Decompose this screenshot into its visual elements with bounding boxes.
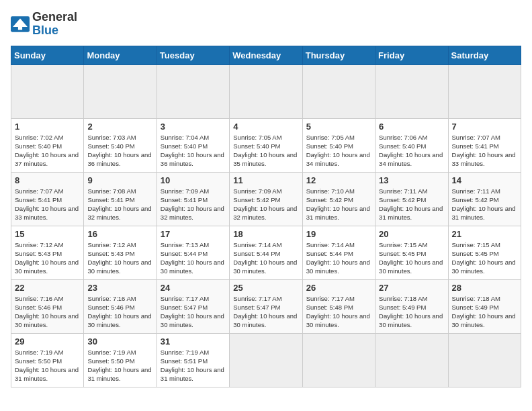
calendar-cell: 28 Sunrise: 7:18 AM Sunset: 5:49 PM Dayl… bbox=[448, 279, 521, 333]
calendar-cell bbox=[302, 333, 375, 387]
day-number: 31 bbox=[161, 336, 226, 347]
calendar-cell: 15 Sunrise: 7:12 AM Sunset: 5:43 PM Dayl… bbox=[11, 226, 84, 279]
calendar-cell: 9 Sunrise: 7:08 AM Sunset: 5:41 PM Dayli… bbox=[84, 172, 157, 226]
calendar-cell: 6 Sunrise: 7:06 AM Sunset: 5:40 PM Dayli… bbox=[375, 118, 448, 172]
day-number: 21 bbox=[452, 229, 517, 239]
calendar-cell: 24 Sunrise: 7:17 AM Sunset: 5:47 PM Dayl… bbox=[157, 279, 229, 333]
calendar-week-row: 8 Sunrise: 7:07 AM Sunset: 5:41 PM Dayli… bbox=[11, 172, 521, 226]
calendar-cell: 7 Sunrise: 7:07 AM Sunset: 5:41 PM Dayli… bbox=[448, 118, 521, 172]
day-info: Sunrise: 7:17 AM Sunset: 5:47 PM Dayligh… bbox=[161, 294, 226, 330]
calendar-cell: 25 Sunrise: 7:17 AM Sunset: 5:47 PM Dayl… bbox=[230, 279, 302, 333]
day-info: Sunrise: 7:13 AM Sunset: 5:44 PM Dayligh… bbox=[161, 240, 226, 276]
day-number: 1 bbox=[15, 122, 80, 132]
day-info: Sunrise: 7:07 AM Sunset: 5:41 PM Dayligh… bbox=[452, 133, 517, 169]
day-info: Sunrise: 7:14 AM Sunset: 5:44 PM Dayligh… bbox=[233, 240, 298, 276]
day-info: Sunrise: 7:03 AM Sunset: 5:40 PM Dayligh… bbox=[87, 133, 152, 169]
day-number: 5 bbox=[306, 122, 371, 132]
day-info: Sunrise: 7:19 AM Sunset: 5:50 PM Dayligh… bbox=[15, 348, 80, 383]
calendar-cell bbox=[157, 64, 229, 118]
calendar-cell: 13 Sunrise: 7:11 AM Sunset: 5:42 PM Dayl… bbox=[375, 172, 448, 226]
day-number: 23 bbox=[87, 283, 152, 293]
day-info: Sunrise: 7:02 AM Sunset: 5:40 PM Dayligh… bbox=[15, 133, 80, 169]
day-number: 22 bbox=[15, 283, 80, 293]
logo-icon bbox=[11, 16, 30, 32]
calendar-cell: 18 Sunrise: 7:14 AM Sunset: 5:44 PM Dayl… bbox=[230, 226, 302, 279]
calendar-cell: 2 Sunrise: 7:03 AM Sunset: 5:40 PM Dayli… bbox=[84, 118, 157, 172]
calendar-cell bbox=[448, 333, 521, 387]
day-header-tuesday: Tuesday bbox=[157, 46, 229, 64]
calendar-cell: 17 Sunrise: 7:13 AM Sunset: 5:44 PM Dayl… bbox=[157, 226, 229, 279]
calendar-header-row: SundayMondayTuesdayWednesdayThursdayFrid… bbox=[11, 46, 521, 64]
calendar-week-row: 1 Sunrise: 7:02 AM Sunset: 5:40 PM Dayli… bbox=[11, 118, 521, 172]
day-info: Sunrise: 7:18 AM Sunset: 5:49 PM Dayligh… bbox=[379, 294, 444, 330]
calendar-cell: 1 Sunrise: 7:02 AM Sunset: 5:40 PM Dayli… bbox=[11, 118, 84, 172]
day-info: Sunrise: 7:17 AM Sunset: 5:47 PM Dayligh… bbox=[233, 294, 298, 330]
logo-text: General Blue bbox=[32, 11, 77, 38]
calendar-week-row bbox=[11, 64, 521, 118]
day-number: 8 bbox=[15, 175, 80, 185]
day-number: 10 bbox=[161, 175, 226, 185]
calendar-cell bbox=[375, 333, 448, 387]
calendar-cell bbox=[84, 64, 157, 118]
calendar-week-row: 15 Sunrise: 7:12 AM Sunset: 5:43 PM Dayl… bbox=[11, 226, 521, 279]
day-header-friday: Friday bbox=[375, 46, 448, 64]
day-info: Sunrise: 7:05 AM Sunset: 5:40 PM Dayligh… bbox=[306, 133, 371, 169]
day-number: 20 bbox=[379, 229, 444, 239]
day-info: Sunrise: 7:16 AM Sunset: 5:46 PM Dayligh… bbox=[87, 294, 152, 330]
day-info: Sunrise: 7:11 AM Sunset: 5:42 PM Dayligh… bbox=[379, 187, 444, 222]
day-number: 9 bbox=[87, 175, 152, 185]
calendar-cell: 19 Sunrise: 7:14 AM Sunset: 5:44 PM Dayl… bbox=[302, 226, 375, 279]
calendar-cell: 12 Sunrise: 7:10 AM Sunset: 5:42 PM Dayl… bbox=[302, 172, 375, 226]
day-info: Sunrise: 7:09 AM Sunset: 5:41 PM Dayligh… bbox=[161, 187, 226, 222]
day-info: Sunrise: 7:17 AM Sunset: 5:48 PM Dayligh… bbox=[306, 294, 371, 330]
calendar-cell: 3 Sunrise: 7:04 AM Sunset: 5:40 PM Dayli… bbox=[157, 118, 229, 172]
day-number: 28 bbox=[452, 283, 517, 293]
day-number: 7 bbox=[452, 122, 517, 132]
day-number: 3 bbox=[161, 122, 226, 132]
calendar-cell: 20 Sunrise: 7:15 AM Sunset: 5:45 PM Dayl… bbox=[375, 226, 448, 279]
calendar-cell: 31 Sunrise: 7:19 AM Sunset: 5:51 PM Dayl… bbox=[157, 333, 229, 387]
day-info: Sunrise: 7:15 AM Sunset: 5:45 PM Dayligh… bbox=[379, 240, 444, 276]
day-info: Sunrise: 7:10 AM Sunset: 5:42 PM Dayligh… bbox=[306, 187, 371, 222]
day-header-thursday: Thursday bbox=[302, 46, 375, 64]
calendar-cell: 14 Sunrise: 7:11 AM Sunset: 5:42 PM Dayl… bbox=[448, 172, 521, 226]
calendar-week-row: 22 Sunrise: 7:16 AM Sunset: 5:46 PM Dayl… bbox=[11, 279, 521, 333]
day-info: Sunrise: 7:05 AM Sunset: 5:40 PM Dayligh… bbox=[233, 133, 298, 169]
day-header-monday: Monday bbox=[84, 46, 157, 64]
calendar-cell bbox=[11, 64, 84, 118]
calendar-cell: 26 Sunrise: 7:17 AM Sunset: 5:48 PM Dayl… bbox=[302, 279, 375, 333]
calendar-cell: 21 Sunrise: 7:15 AM Sunset: 5:45 PM Dayl… bbox=[448, 226, 521, 279]
day-info: Sunrise: 7:12 AM Sunset: 5:43 PM Dayligh… bbox=[15, 240, 80, 276]
day-number: 24 bbox=[161, 283, 226, 293]
day-info: Sunrise: 7:09 AM Sunset: 5:42 PM Dayligh… bbox=[233, 187, 298, 222]
day-info: Sunrise: 7:14 AM Sunset: 5:44 PM Dayligh… bbox=[306, 240, 371, 276]
calendar-cell: 11 Sunrise: 7:09 AM Sunset: 5:42 PM Dayl… bbox=[230, 172, 302, 226]
day-header-saturday: Saturday bbox=[448, 46, 521, 64]
svg-rect-2 bbox=[18, 27, 22, 30]
calendar-cell bbox=[448, 64, 521, 118]
day-info: Sunrise: 7:16 AM Sunset: 5:46 PM Dayligh… bbox=[15, 294, 80, 330]
day-number: 14 bbox=[452, 175, 517, 185]
calendar-cell: 4 Sunrise: 7:05 AM Sunset: 5:40 PM Dayli… bbox=[230, 118, 302, 172]
day-number: 4 bbox=[233, 122, 298, 132]
calendar-cell: 27 Sunrise: 7:18 AM Sunset: 5:49 PM Dayl… bbox=[375, 279, 448, 333]
calendar-cell: 16 Sunrise: 7:12 AM Sunset: 5:43 PM Dayl… bbox=[84, 226, 157, 279]
day-number: 25 bbox=[233, 283, 298, 293]
calendar-cell bbox=[230, 333, 302, 387]
day-number: 13 bbox=[379, 175, 444, 185]
calendar-cell bbox=[230, 64, 302, 118]
day-number: 30 bbox=[87, 336, 152, 347]
day-number: 19 bbox=[306, 229, 371, 239]
day-info: Sunrise: 7:11 AM Sunset: 5:42 PM Dayligh… bbox=[452, 187, 517, 222]
day-number: 27 bbox=[379, 283, 444, 293]
calendar-cell: 8 Sunrise: 7:07 AM Sunset: 5:41 PM Dayli… bbox=[11, 172, 84, 226]
day-info: Sunrise: 7:07 AM Sunset: 5:41 PM Dayligh… bbox=[15, 187, 80, 222]
calendar-cell: 29 Sunrise: 7:19 AM Sunset: 5:50 PM Dayl… bbox=[11, 333, 84, 387]
calendar-cell bbox=[375, 64, 448, 118]
calendar-cell: 23 Sunrise: 7:16 AM Sunset: 5:46 PM Dayl… bbox=[84, 279, 157, 333]
day-number: 2 bbox=[87, 122, 152, 132]
calendar-cell: 30 Sunrise: 7:19 AM Sunset: 5:50 PM Dayl… bbox=[84, 333, 157, 387]
calendar-cell: 10 Sunrise: 7:09 AM Sunset: 5:41 PM Dayl… bbox=[157, 172, 229, 226]
day-number: 17 bbox=[161, 229, 226, 239]
day-number: 26 bbox=[306, 283, 371, 293]
